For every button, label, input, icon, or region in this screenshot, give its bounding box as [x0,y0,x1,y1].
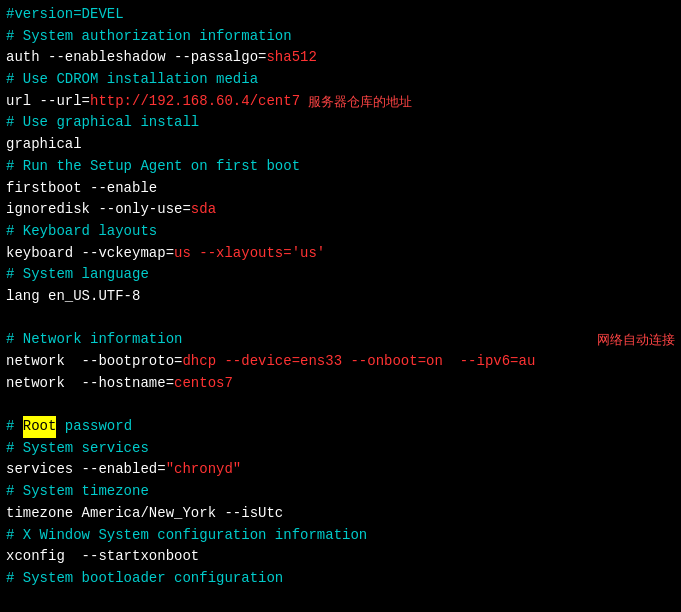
annotation-server-repo: 服务器仓库的地址 [308,92,412,112]
text-version: #version=DEVEL [6,4,124,26]
text-auth-comment: # System authorization information [6,26,292,48]
text-url-value: http://192.168.60.4/cent7 [90,91,300,113]
text-services-prefix: services --enabled= [6,459,166,481]
line-services: services --enabled="chronyd" [6,459,675,481]
text-network1-value: dhcp --device=ens33 --onboot=on --ipv6=a… [182,351,535,373]
line-timezone: timezone America/New_York --isUtc [6,503,675,525]
text-keyboard-prefix: keyboard --vckeymap= [6,243,174,265]
text-network1-prefix: network --bootproto= [6,351,182,373]
line-url: url --url=http://192.168.60.4/cent7服务器仓库… [6,91,675,113]
line-keyboard: keyboard --vckeymap=us --xlayouts='us' [6,243,675,265]
text-lang: lang en_US.UTF-8 [6,286,140,308]
text-network2-value: centos7 [174,373,233,395]
line-lang-comment: # System language [6,264,675,286]
text-auth-prefix: auth --enableshadow --passalgo= [6,47,266,69]
line-network2: network --hostname=centos7 [6,373,675,395]
text-graphical: graphical [6,134,82,156]
line-firstboot-comment: # Run the Setup Agent on first boot [6,156,675,178]
text-xwindow-comment: # X Window System configuration informat… [6,525,367,547]
text-ignoredisk-value: sda [191,199,216,221]
text-keyboard-comment: # Keyboard layouts [6,221,157,243]
line-ignoredisk: ignoredisk --only-use=sda [6,199,675,221]
line-auth-comment: # System authorization information [6,26,675,48]
text-auth-sha: sha512 [266,47,316,69]
line-network-comment: # Network information 网络自动连接 [6,329,675,351]
line-firstboot: firstboot --enable [6,178,675,200]
line-keyboard-comment: # Keyboard layouts [6,221,675,243]
line-lang: lang en_US.UTF-8 [6,286,675,308]
line-bootloader-comment: # System bootloader configuration [6,568,675,590]
line-network1: network --bootproto=dhcp --device=ens33 … [6,351,675,373]
text-url-prefix: url --url= [6,91,90,113]
text-cdrom-comment: # Use CDROM installation media [6,69,258,91]
line-auth: auth --enableshadow --passalgo=sha512 [6,47,675,69]
line-timezone-comment: # System timezone [6,481,675,503]
text-root-highlight: Root [23,416,57,438]
text-network-comment: # Network information [6,329,182,351]
empty-line-2 [6,394,675,416]
text-timezone-comment: # System timezone [6,481,149,503]
text-root-hash: # [6,416,23,438]
line-cdrom-comment: # Use CDROM installation media [6,69,675,91]
terminal-content: #version=DEVEL # System authorization in… [6,4,675,590]
text-timezone: timezone America/New_York --isUtc [6,503,283,525]
text-firstboot: firstboot --enable [6,178,157,200]
line-graphical: graphical [6,134,675,156]
text-graphical-comment: # Use graphical install [6,112,199,134]
line-xconfig: xconfig --startxonboot [6,546,675,568]
annotation-network-auto: 网络自动连接 [597,330,675,350]
text-firstboot-comment: # Run the Setup Agent on first boot [6,156,300,178]
text-lang-comment: # System language [6,264,149,286]
text-xconfig: xconfig --startxonboot [6,546,199,568]
text-network2-prefix: network --hostname= [6,373,174,395]
text-ignoredisk-prefix: ignoredisk --only-use= [6,199,191,221]
text-services-value: "chronyd" [166,459,242,481]
line-xwindow-comment: # X Window System configuration informat… [6,525,675,547]
line-graphical-comment: # Use graphical install [6,112,675,134]
line-root-comment: # Root password [6,416,675,438]
text-services-comment: # System services [6,438,149,460]
text-keyboard-value: us --xlayouts='us' [174,243,325,265]
text-root-password: password [56,416,132,438]
line-services-comment: # System services [6,438,675,460]
text-bootloader-comment: # System bootloader configuration [6,568,283,590]
line-version: #version=DEVEL [6,4,675,26]
empty-line-1 [6,308,675,330]
